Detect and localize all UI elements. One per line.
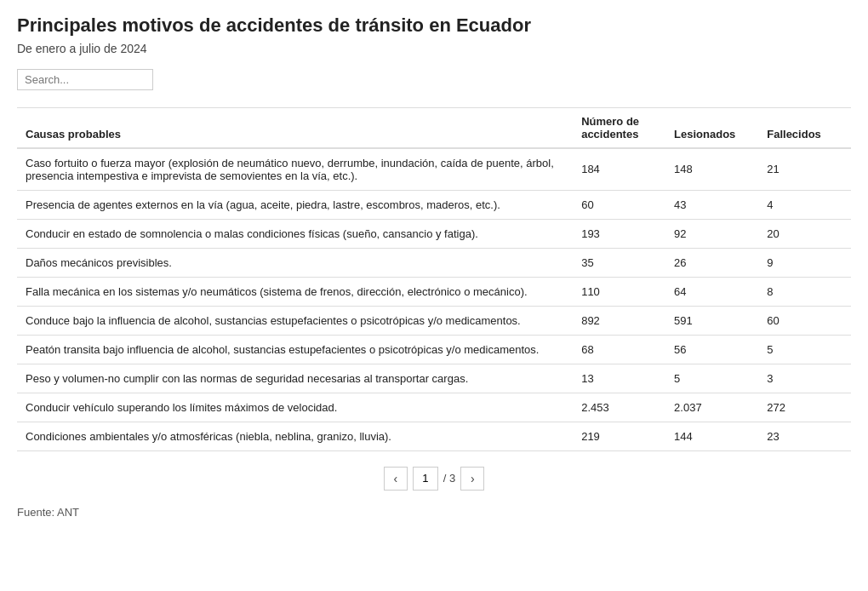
causa-cell: Peso y volumen-no cumplir con las normas… xyxy=(17,364,573,393)
numero-cell: 60 xyxy=(573,190,665,219)
numero-cell: 110 xyxy=(573,277,665,306)
pagination: ‹ / 3 › xyxy=(17,467,851,491)
col-header-lesionados: Lesionados xyxy=(665,107,758,148)
numero-cell: 68 xyxy=(573,335,665,364)
causa-cell: Conduce bajo la influencia de alcohol, s… xyxy=(17,306,573,335)
fallecidos-cell: 5 xyxy=(758,335,851,364)
search-input[interactable] xyxy=(17,69,153,90)
fallecidos-cell: 60 xyxy=(758,306,851,335)
table-row: Conducir en estado de somnolencia o mala… xyxy=(17,219,851,248)
page-title: Principales motivos de accidentes de trá… xyxy=(17,14,851,38)
fallecidos-cell: 272 xyxy=(758,393,851,422)
numero-cell: 35 xyxy=(573,248,665,277)
lesionados-cell: 591 xyxy=(665,306,758,335)
lesionados-cell: 2.037 xyxy=(665,393,758,422)
source-label: Fuente: ANT xyxy=(17,506,851,519)
causa-cell: Condiciones ambientales y/o atmosféricas… xyxy=(17,422,573,450)
causa-cell: Conducir en estado de somnolencia o mala… xyxy=(17,219,573,248)
col-header-numero: Número de accidentes xyxy=(573,107,665,148)
causa-cell: Falla mecánica en los sistemas y/o neumá… xyxy=(17,277,573,306)
table-row: Presencia de agentes externos en la vía … xyxy=(17,190,851,219)
table-row: Falla mecánica en los sistemas y/o neumá… xyxy=(17,277,851,306)
lesionados-cell: 148 xyxy=(665,148,758,191)
fallecidos-cell: 8 xyxy=(758,277,851,306)
causa-cell: Caso fortuito o fuerza mayor (explosión … xyxy=(17,148,573,191)
causa-cell: Conducir vehículo superando los límites … xyxy=(17,393,573,422)
page-subtitle: De enero a julio de 2024 xyxy=(17,42,851,55)
numero-cell: 193 xyxy=(573,219,665,248)
table-row: Daños mecánicos previsibles.35269 xyxy=(17,248,851,277)
col-header-causa: Causas probables xyxy=(17,107,573,148)
fallecidos-cell: 20 xyxy=(758,219,851,248)
lesionados-cell: 26 xyxy=(665,248,758,277)
table-row: Peatón transita bajo influencia de alcoh… xyxy=(17,335,851,364)
fallecidos-cell: 21 xyxy=(758,148,851,191)
causa-cell: Peatón transita bajo influencia de alcoh… xyxy=(17,335,573,364)
numero-cell: 2.453 xyxy=(573,393,665,422)
numero-cell: 892 xyxy=(573,306,665,335)
table-row: Conduce bajo la influencia de alcohol, s… xyxy=(17,306,851,335)
numero-cell: 184 xyxy=(573,148,665,191)
lesionados-cell: 43 xyxy=(665,190,758,219)
prev-page-button[interactable]: ‹ xyxy=(384,467,408,491)
accidents-table: Causas probables Número de accidentes Le… xyxy=(17,107,851,451)
next-page-button[interactable]: › xyxy=(460,467,484,491)
lesionados-cell: 5 xyxy=(665,364,758,393)
lesionados-cell: 56 xyxy=(665,335,758,364)
lesionados-cell: 92 xyxy=(665,219,758,248)
col-header-fallecidos: Fallecidos xyxy=(758,107,851,148)
lesionados-cell: 64 xyxy=(665,277,758,306)
fallecidos-cell: 9 xyxy=(758,248,851,277)
fallecidos-cell: 23 xyxy=(758,422,851,450)
numero-cell: 13 xyxy=(573,364,665,393)
lesionados-cell: 144 xyxy=(665,422,758,450)
page-number-input[interactable] xyxy=(413,467,438,491)
numero-cell: 219 xyxy=(573,422,665,450)
causa-cell: Daños mecánicos previsibles. xyxy=(17,248,573,277)
fallecidos-cell: 4 xyxy=(758,190,851,219)
table-row: Peso y volumen-no cumplir con las normas… xyxy=(17,364,851,393)
fallecidos-cell: 3 xyxy=(758,364,851,393)
page-total: / 3 xyxy=(443,472,455,485)
table-row: Caso fortuito o fuerza mayor (explosión … xyxy=(17,148,851,191)
table-row: Condiciones ambientales y/o atmosféricas… xyxy=(17,422,851,450)
table-row: Conducir vehículo superando los límites … xyxy=(17,393,851,422)
causa-cell: Presencia de agentes externos en la vía … xyxy=(17,190,573,219)
